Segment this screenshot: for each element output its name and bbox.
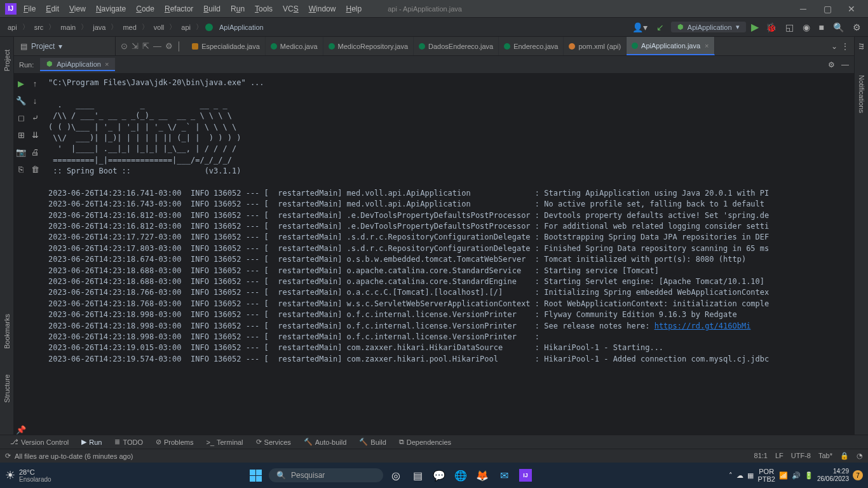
toolwin-tab-todo[interactable]: ≣TODO <box>109 438 148 446</box>
crumb[interactable]: voll <box>151 22 167 32</box>
editor-tab[interactable]: MedicoRepository.java <box>323 37 414 55</box>
hide-icon[interactable]: — <box>153 41 161 51</box>
crumb[interactable]: java <box>90 22 108 32</box>
maximize-button[interactable]: ▢ <box>816 1 839 17</box>
editor-tab[interactable]: pom.xml (api) <box>564 37 627 55</box>
pin-icon[interactable]: 📌 <box>16 425 26 435</box>
scroll-icon[interactable]: ⇊ <box>32 130 39 140</box>
run-config-selector[interactable]: ⬢ ApiApplication ▾ <box>671 22 746 32</box>
firefox-icon[interactable]: 🦊 <box>473 466 491 484</box>
expand-all-icon[interactable]: ⇲ <box>132 41 139 51</box>
menu-navigate[interactable]: Navigate <box>92 3 130 15</box>
menu-build[interactable]: Build <box>199 3 225 15</box>
editor-tab[interactable]: DadosEndereco.java <box>414 37 499 55</box>
up-icon[interactable]: ↑ <box>33 79 37 88</box>
edge-icon[interactable]: 🌐 <box>452 466 470 484</box>
clock[interactable]: 14:2926/06/2023 <box>817 468 849 483</box>
bookmarks-toolwin-tab[interactable]: Bookmarks <box>3 314 11 349</box>
editor-tab[interactable]: Endereco.java <box>499 37 564 55</box>
gear-icon[interactable]: ⚙ <box>828 60 835 69</box>
project-tool-header[interactable]: ▤ Project ▾ <box>14 37 116 55</box>
keyboard-layout[interactable]: PORPTB2 <box>757 468 775 483</box>
menu-code[interactable]: Code <box>132 3 159 15</box>
tray-chevron-icon[interactable]: ˄ <box>729 471 733 480</box>
toolwin-tab-problems[interactable]: ⊘Problems <box>151 438 198 446</box>
onedrive-icon[interactable]: ☁ <box>736 471 743 480</box>
intellij-icon[interactable]: IJ <box>517 466 534 484</box>
debug-button[interactable]: 🐞 <box>764 22 778 32</box>
chat-icon[interactable]: 💬 <box>430 466 448 484</box>
rerun-icon[interactable]: ▶ <box>18 79 24 88</box>
encoding[interactable]: UTF-8 <box>791 452 811 460</box>
toolwin-tab-build[interactable]: 🔨Build <box>354 438 391 446</box>
stop-button[interactable]: ■ <box>817 22 826 32</box>
taskview-icon[interactable]: ▤ <box>409 466 426 484</box>
editor-tab[interactable]: Medico.java <box>266 37 323 55</box>
crumb[interactable]: med <box>120 22 139 32</box>
vcs-update-icon[interactable]: ↙ <box>654 22 666 32</box>
toolwin-tab-dependencies[interactable]: ⧉Dependencies <box>394 438 456 446</box>
gear-icon[interactable]: ⚙ <box>165 41 173 51</box>
indent[interactable]: Tab* <box>818 452 832 460</box>
coverage-button[interactable]: ◱ <box>783 22 796 32</box>
toolwin-tab-auto-build[interactable]: 🔨Auto-build <box>299 438 352 446</box>
toolwin-tab-run[interactable]: ▶Run <box>76 438 107 446</box>
toolwin-tab-terminal[interactable]: >_Terminal <box>201 438 248 446</box>
caret-position[interactable]: 81:1 <box>754 452 768 460</box>
crumb-file[interactable]: ApiApplication <box>217 22 266 32</box>
tab-list-chevron-icon[interactable]: ⌄ <box>831 42 837 51</box>
maven-toolwin-tab[interactable]: m <box>857 43 867 50</box>
menu-file[interactable]: File <box>19 3 40 15</box>
hide-icon[interactable]: — <box>841 60 849 69</box>
toolwin-tab-services[interactable]: ⟳Services <box>251 438 296 446</box>
menu-refactor[interactable]: Refactor <box>160 3 198 15</box>
tray-app-icon[interactable]: ▦ <box>747 471 754 480</box>
sync-icon[interactable]: ⟳ <box>5 452 11 460</box>
wifi-icon[interactable]: 📶 <box>779 471 788 480</box>
battery-icon[interactable]: 🔋 <box>804 471 813 480</box>
menu-window[interactable]: Window <box>304 3 341 15</box>
clear-icon[interactable]: 🗑 <box>31 165 39 174</box>
crumb[interactable]: src <box>32 22 46 32</box>
down-icon[interactable]: ↓ <box>33 96 37 105</box>
user-icon[interactable]: 👤▾ <box>630 22 649 32</box>
close-button[interactable]: ✕ <box>840 1 863 17</box>
editor-tab[interactable]: Especialidade.java <box>187 37 266 55</box>
notifications-icon[interactable]: 7 <box>853 470 863 480</box>
crumb[interactable]: api <box>179 22 193 32</box>
menu-tools[interactable]: Tools <box>250 3 277 15</box>
search-icon[interactable]: 🔍 <box>831 22 846 32</box>
crumb[interactable]: api <box>5 22 20 32</box>
inspection-icon[interactable]: ◔ <box>857 452 863 460</box>
taskbar-search[interactable]: 🔍 Pesquisar <box>269 468 383 482</box>
menu-help[interactable]: Help <box>341 3 366 15</box>
close-icon[interactable]: × <box>705 42 709 50</box>
settings-icon[interactable]: ⚙ <box>851 22 863 32</box>
line-sep[interactable]: LF <box>775 452 783 460</box>
menu-vcs[interactable]: VCS <box>278 3 303 15</box>
layout-icon[interactable]: ⊞ <box>18 130 25 140</box>
wrap-icon[interactable]: ⤶ <box>32 113 39 123</box>
toolwin-tab-version-control[interactable]: ⎇Version Control <box>5 438 74 446</box>
tool-icon[interactable]: 🔧 <box>16 96 26 105</box>
menu-view[interactable]: View <box>65 3 90 15</box>
menu-run[interactable]: Run <box>226 3 249 15</box>
collapse-all-icon[interactable]: ⇱ <box>142 41 149 51</box>
run-tab[interactable]: ⬢ ApiApplication × <box>40 58 115 71</box>
more-icon[interactable]: ⋮ <box>841 42 849 51</box>
copilot-icon[interactable]: ◎ <box>387 466 405 484</box>
console-output[interactable]: "C:\Program Files\Java\jdk-20\bin\java.e… <box>42 74 854 435</box>
weather-widget[interactable]: ☀ 28°C Ensolarado <box>5 468 51 483</box>
crumb[interactable]: main <box>58 22 78 32</box>
close-icon[interactable]: × <box>105 60 109 68</box>
minimize-button[interactable]: ─ <box>792 1 815 17</box>
notifications-toolwin-tab[interactable]: Notifications <box>858 75 865 113</box>
mail-icon[interactable]: ✉ <box>495 466 513 484</box>
menu-edit[interactable]: Edit <box>41 3 64 15</box>
exit-icon[interactable]: ⎘ <box>18 165 24 174</box>
camera-icon[interactable]: 📷 <box>16 147 26 157</box>
profile-button[interactable]: ◉ <box>801 22 812 32</box>
start-button[interactable] <box>246 466 265 485</box>
stop-icon[interactable]: ◻ <box>18 113 25 123</box>
editor-tab[interactable]: ApiApplication.java× <box>627 37 714 55</box>
